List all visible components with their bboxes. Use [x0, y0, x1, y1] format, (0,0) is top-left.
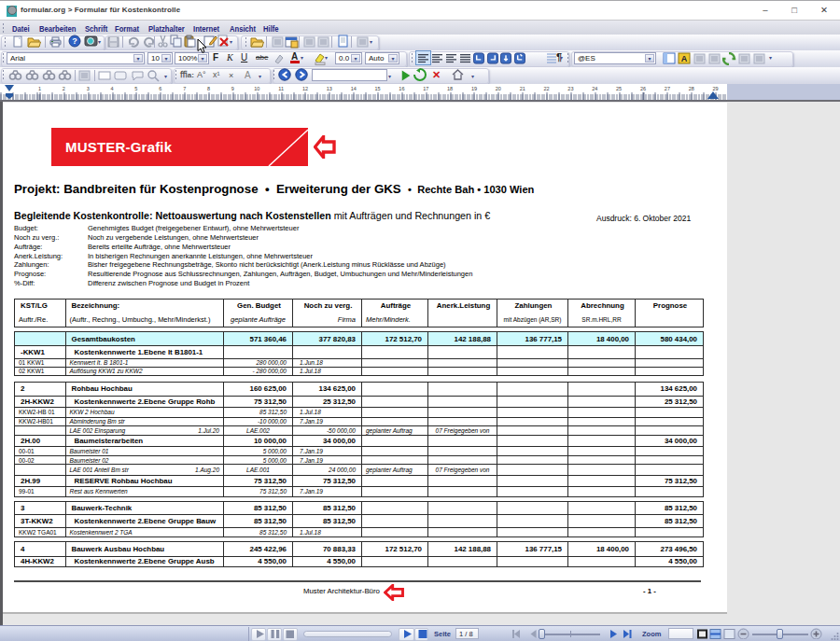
svg-text:A: A — [681, 54, 688, 63]
svg-text:?: ? — [72, 36, 77, 46]
